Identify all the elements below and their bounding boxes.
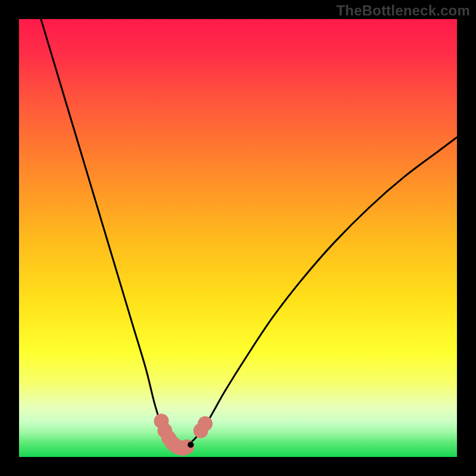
marker-dot <box>198 416 212 431</box>
chart-frame: TheBottleneck.com <box>0 0 476 476</box>
watermark-text: TheBottleneck.com <box>336 2 470 19</box>
plot-area <box>19 19 457 457</box>
gradient-background <box>19 19 457 457</box>
chart-canvas <box>19 19 457 457</box>
marker-min-dot <box>187 441 193 447</box>
